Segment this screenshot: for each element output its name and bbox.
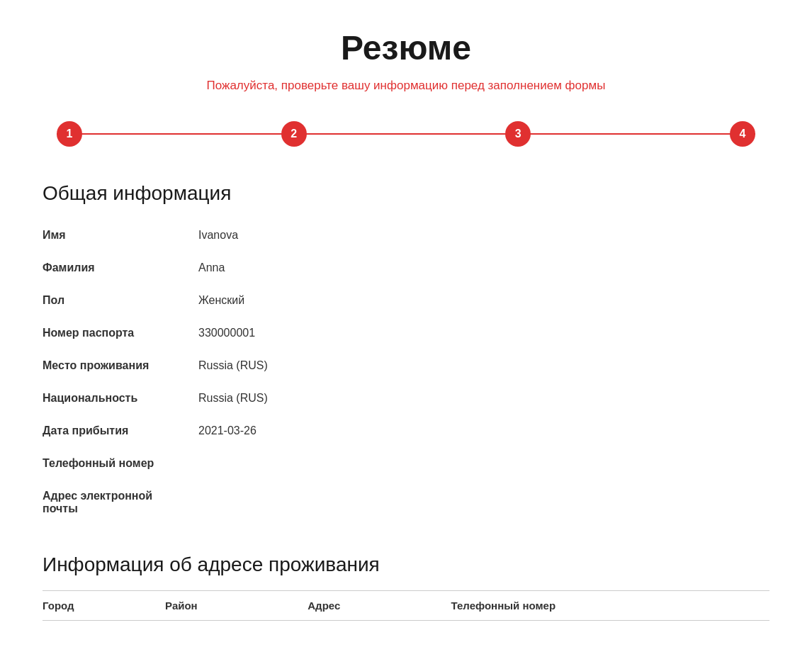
address-info-title: Информация об адресе проживания: [43, 553, 769, 576]
step-2[interactable]: 2: [281, 121, 307, 147]
address-table-header-row: Город Район Адрес Телефонный номер: [43, 591, 769, 621]
info-table: Имя Ivanova Фамилия Anna Пол Женский Ном…: [43, 219, 769, 525]
info-row-arrival-date: Дата прибытия 2021-03-26: [43, 415, 769, 447]
label-email: Адрес электроннойпочты: [43, 490, 198, 515]
value-nationality: Russia (RUS): [198, 392, 268, 405]
page-title: Резюме: [43, 28, 769, 67]
step-3[interactable]: 3: [505, 121, 531, 147]
info-row-nationality: Национальность Russia (RUS): [43, 382, 769, 415]
page-subtitle: Пожалуйста, проверьте вашу информацию пе…: [43, 79, 769, 93]
label-nationality: Национальность: [43, 392, 198, 405]
value-arrival-date: 2021-03-26: [198, 424, 256, 437]
col-city: Город: [43, 591, 154, 621]
label-phone: Телефонный номер: [43, 457, 198, 470]
value-passport: 330000001: [198, 327, 255, 339]
info-row-gender: Пол Женский: [43, 284, 769, 317]
value-gender: Женский: [198, 294, 244, 307]
info-row-name: Имя Ivanova: [43, 219, 769, 252]
address-table: Город Район Адрес Телефонный номер: [43, 590, 769, 621]
col-district: Район: [154, 591, 296, 621]
value-name: Ivanova: [198, 229, 238, 242]
label-passport: Номер паспорта: [43, 327, 198, 339]
value-surname: Anna: [198, 261, 225, 274]
label-name: Имя: [43, 229, 198, 242]
step-1[interactable]: 1: [57, 121, 82, 147]
info-row-passport: Номер паспорта 330000001: [43, 317, 769, 349]
general-info-section: Общая информация Имя Ivanova Фамилия Ann…: [43, 182, 769, 525]
col-phone: Телефонный номер: [440, 591, 769, 621]
info-row-residence: Место проживания Russia (RUS): [43, 349, 769, 382]
label-residence: Место проживания: [43, 359, 198, 372]
stepper-line: [57, 133, 755, 135]
general-info-title: Общая информация: [43, 182, 769, 205]
address-info-section: Информация об адресе проживания Город Ра…: [43, 553, 769, 621]
label-surname: Фамилия: [43, 261, 198, 274]
stepper: 1 2 3 4: [57, 121, 755, 147]
info-row-email: Адрес электроннойпочты: [43, 480, 769, 525]
label-arrival-date: Дата прибытия: [43, 424, 198, 437]
label-gender: Пол: [43, 294, 198, 307]
value-residence: Russia (RUS): [198, 359, 268, 372]
info-row-phone: Телефонный номер: [43, 447, 769, 480]
info-row-surname: Фамилия Anna: [43, 252, 769, 284]
step-4[interactable]: 4: [730, 121, 755, 147]
col-address: Адрес: [296, 591, 439, 621]
page-container: Резюме Пожалуйста, проверьте вашу информ…: [0, 0, 812, 647]
